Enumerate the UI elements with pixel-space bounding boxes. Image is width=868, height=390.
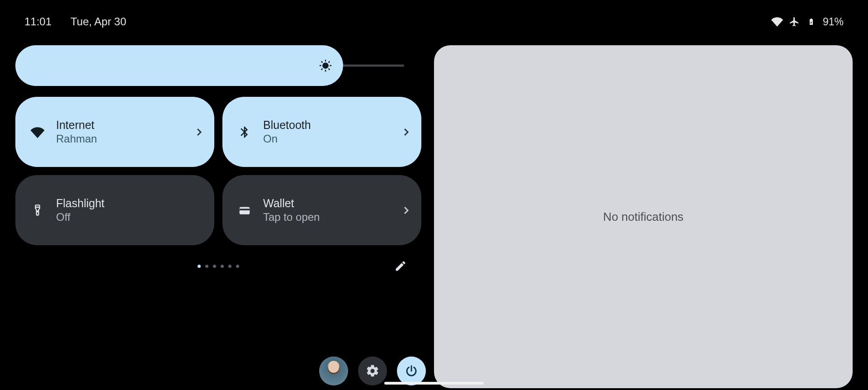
wallet-icon bbox=[237, 203, 252, 218]
brightness-icon bbox=[319, 59, 332, 72]
avatar bbox=[319, 357, 348, 385]
chevron-right-icon[interactable] bbox=[401, 127, 411, 138]
page-dot bbox=[198, 265, 201, 268]
status-bar: 11:01 Tue, Apr 30 91% bbox=[0, 15, 868, 28]
settings-button[interactable] bbox=[358, 357, 387, 385]
tile-subtitle: Off bbox=[56, 211, 204, 224]
notification-panel-container: No notifications bbox=[434, 45, 853, 385]
brightness-thumb[interactable] bbox=[15, 45, 343, 86]
status-time: 11:01 bbox=[24, 15, 52, 28]
airplane-icon bbox=[788, 16, 800, 28]
user-switcher-button[interactable] bbox=[319, 357, 348, 385]
gesture-handle[interactable] bbox=[384, 382, 484, 385]
tiles-grid: Internet Rahman Bluetooth On bbox=[15, 97, 421, 245]
status-right: 91% bbox=[771, 16, 844, 28]
battery-percent: 91% bbox=[823, 16, 844, 28]
tile-title: Wallet bbox=[263, 197, 390, 210]
edit-tiles-button[interactable] bbox=[391, 256, 410, 276]
qs-action-row bbox=[319, 357, 426, 385]
svg-rect-4 bbox=[240, 209, 250, 210]
wifi-icon bbox=[30, 124, 45, 140]
chevron-right-icon[interactable] bbox=[193, 127, 204, 138]
tile-texts: Internet Rahman bbox=[56, 119, 183, 145]
tiles-footer bbox=[15, 256, 421, 276]
svg-rect-1 bbox=[35, 205, 39, 207]
notification-shade[interactable]: No notifications bbox=[434, 45, 853, 388]
battery-icon bbox=[806, 16, 817, 28]
svg-point-0 bbox=[323, 63, 328, 68]
tile-title: Bluetooth bbox=[263, 119, 390, 132]
power-button[interactable] bbox=[397, 357, 426, 385]
tile-wallet[interactable]: Wallet Tap to open bbox=[222, 175, 421, 245]
brightness-slider[interactable] bbox=[15, 45, 421, 86]
page-indicator[interactable] bbox=[198, 265, 239, 268]
tile-bluetooth[interactable]: Bluetooth On bbox=[222, 97, 421, 167]
quick-settings-panel: Internet Rahman Bluetooth On bbox=[15, 45, 421, 390]
tile-internet[interactable]: Internet Rahman bbox=[15, 97, 214, 167]
page-dot bbox=[205, 265, 208, 268]
status-left: 11:01 Tue, Apr 30 bbox=[24, 15, 126, 28]
chevron-right-icon[interactable] bbox=[401, 205, 411, 216]
svg-rect-3 bbox=[240, 207, 250, 214]
tile-subtitle: On bbox=[263, 133, 390, 145]
tile-texts: Flashlight Off bbox=[56, 197, 204, 224]
tile-flashlight[interactable]: Flashlight Off bbox=[15, 175, 214, 245]
tile-texts: Wallet Tap to open bbox=[263, 197, 390, 224]
bluetooth-icon bbox=[237, 124, 252, 140]
flashlight-icon bbox=[30, 203, 45, 218]
status-date: Tue, Apr 30 bbox=[71, 15, 126, 28]
page-dot bbox=[213, 265, 216, 268]
page-dot bbox=[236, 265, 239, 268]
notification-empty-label: No notifications bbox=[603, 210, 684, 224]
tile-texts: Bluetooth On bbox=[263, 119, 390, 145]
svg-point-2 bbox=[37, 211, 38, 212]
page-dot bbox=[228, 265, 231, 268]
tile-title: Internet bbox=[56, 119, 183, 132]
tile-subtitle: Rahman bbox=[56, 133, 183, 145]
tile-subtitle: Tap to open bbox=[263, 211, 390, 224]
tile-title: Flashlight bbox=[56, 197, 204, 210]
page-dot bbox=[221, 265, 224, 268]
wifi-status-icon bbox=[771, 16, 783, 28]
